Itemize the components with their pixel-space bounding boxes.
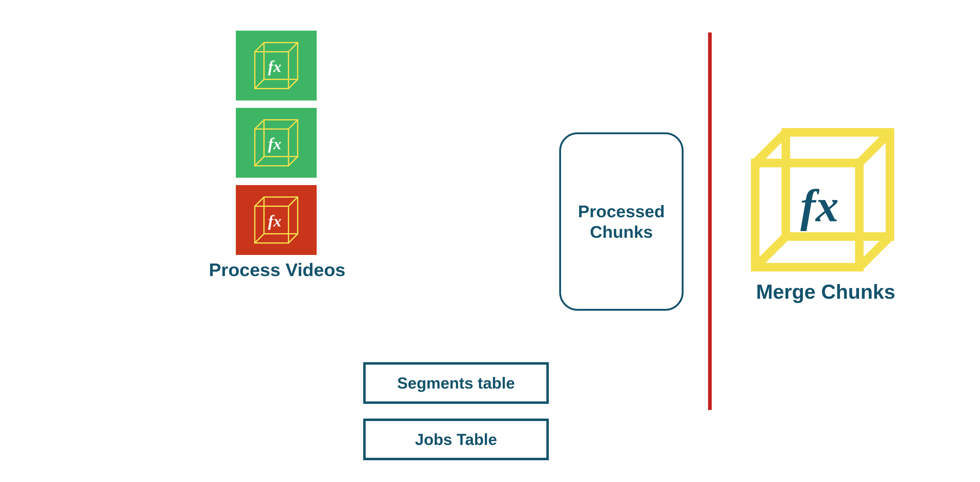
svg-line-4	[255, 79, 264, 89]
svg-line-3	[288, 43, 298, 52]
process-videos-tile-3: fx	[236, 185, 317, 255]
svg-text:fx: fx	[268, 135, 281, 153]
svg-line-10	[288, 120, 298, 129]
segments-table-label: Segments table	[397, 374, 515, 392]
svg-line-11	[255, 156, 264, 166]
svg-line-23	[755, 132, 786, 163]
svg-line-5	[288, 79, 298, 89]
fx-cube-icon: fx	[252, 40, 301, 92]
processed-chunks-line2: Chunks	[578, 222, 665, 242]
svg-line-24	[859, 132, 890, 163]
svg-line-17	[288, 197, 298, 206]
merge-chunks-caption: Merge Chunks	[740, 280, 912, 303]
svg-line-26	[859, 236, 890, 267]
svg-line-16	[255, 197, 264, 206]
segments-table-box: Segments table	[363, 362, 549, 404]
jobs-table-label: Jobs Table	[415, 430, 497, 448]
process-videos-tile-1: fx	[236, 30, 317, 101]
fx-cube-big-icon: fx	[749, 126, 896, 273]
svg-text:fx: fx	[268, 212, 281, 230]
process-videos-tile-2: fx	[236, 108, 317, 178]
jobs-table-box: Jobs Table	[363, 418, 549, 460]
svg-text:fx: fx	[800, 180, 839, 231]
process-videos-caption: Process Videos	[184, 259, 371, 280]
svg-line-18	[255, 234, 264, 243]
svg-line-9	[255, 120, 264, 129]
processed-chunks-box: Processed Chunks	[559, 132, 684, 311]
processed-chunks-line1: Processed	[578, 201, 665, 222]
divider-line	[708, 32, 712, 410]
svg-line-2	[255, 43, 264, 52]
svg-line-12	[288, 156, 298, 166]
svg-line-19	[288, 234, 298, 243]
svg-line-25	[755, 236, 786, 267]
svg-text:fx: fx	[268, 58, 281, 75]
merge-chunks-icon: fx	[749, 126, 896, 273]
fx-cube-icon: fx	[252, 117, 301, 169]
fx-cube-icon: fx	[252, 194, 301, 246]
